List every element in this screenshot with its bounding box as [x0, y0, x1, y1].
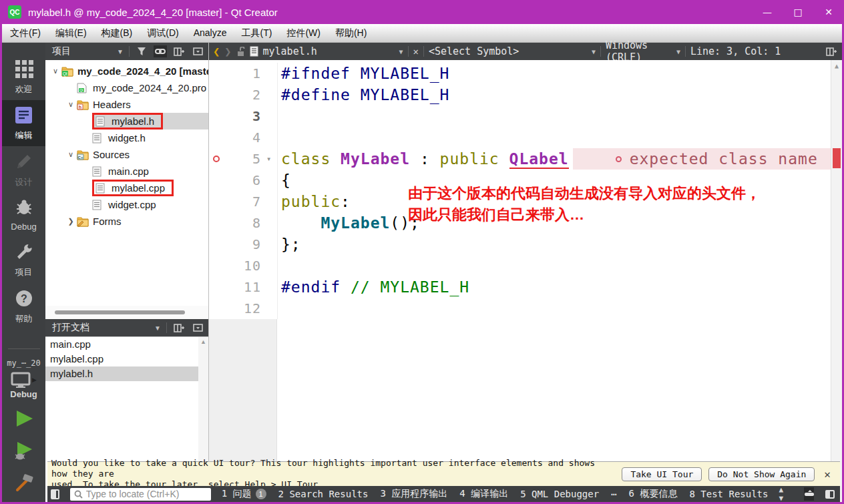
toggle-right-sidebar-icon[interactable]	[825, 487, 835, 501]
toggle-output-pane-icon[interactable]	[804, 487, 814, 501]
open-document-main.cpp[interactable]: main.cpp	[45, 337, 208, 352]
tree-item-my_code_2024_4_20.pro[interactable]: Qtmy_code_2024_4_20.pro	[45, 79, 208, 96]
line-marker-margin	[209, 105, 224, 127]
fold-margin	[261, 105, 277, 127]
close-pane-icon[interactable]	[191, 322, 204, 334]
open-document-mylabel.cpp[interactable]: mylabel.cpp	[45, 352, 208, 366]
tree-item-Forms[interactable]: ❯Forms	[45, 213, 208, 230]
output-pane-button-6[interactable]: 6 概要信息	[629, 488, 678, 500]
menu-item-5[interactable]: 工具(T)	[234, 24, 279, 42]
tree-item-my_code_2024_4_20-master-[interactable]: ∨Qtmy_code_2024_4_20 [master]	[45, 63, 208, 79]
take-ui-tour-button[interactable]: Take UI Tour	[622, 467, 702, 481]
fold-margin	[261, 63, 277, 84]
close-document-icon[interactable]: ✕	[413, 46, 419, 57]
close-button[interactable]: ✕	[813, 0, 844, 24]
minimize-button[interactable]: —	[752, 0, 783, 24]
tree-expand-icon[interactable]: ∨	[65, 100, 77, 109]
split-editor-icon[interactable]	[825, 45, 838, 57]
output-pane-button-4[interactable]: 4 编译输出	[459, 488, 508, 500]
scroll-up-icon[interactable]: ▲	[831, 60, 842, 69]
grid-icon	[15, 59, 33, 81]
build-button[interactable]	[13, 473, 35, 498]
open-document-mylabel.h[interactable]: mylabel.h	[45, 366, 208, 381]
output-pane-button-5[interactable]: 5 QML Debugger	[520, 489, 599, 499]
mode-button-welcome[interactable]: 欢迎	[2, 53, 45, 100]
split-pane-icon[interactable]	[172, 322, 186, 334]
menu-item-6[interactable]: 控件(W)	[279, 24, 328, 42]
code-editor[interactable]: 1#ifndef MYLABEL_H2#define MYLABEL_H345▾…	[209, 60, 842, 502]
mode-button-projects[interactable]: 项目	[2, 236, 45, 283]
scroll-up-icon[interactable]: ▲	[200, 338, 206, 345]
token-function: MyLabel	[321, 214, 390, 232]
symbol-selector[interactable]: <Select Symbol> ▼	[429, 45, 596, 57]
error-scroll-marker[interactable]	[833, 148, 841, 168]
chevron-down-icon[interactable]: ▼	[154, 324, 161, 332]
unlocked-icon	[236, 47, 245, 57]
line-number: 11	[224, 276, 261, 298]
locator-input[interactable]	[86, 489, 207, 499]
mode-button-help[interactable]: ?帮助	[2, 283, 45, 330]
code-line-11[interactable]: 11#endif // MYLABEL_H	[209, 276, 831, 298]
tree-item-main.cpp[interactable]: main.cpp	[45, 163, 208, 180]
code-line-10[interactable]: 10	[209, 255, 831, 276]
tree-expand-icon[interactable]: ∨	[65, 150, 77, 159]
menu-item-3[interactable]: 调试(D)	[140, 24, 186, 42]
toggle-left-sidebar-icon[interactable]	[51, 489, 59, 499]
code-line-3[interactable]: 3	[209, 105, 831, 127]
document-icon	[250, 46, 258, 57]
line-marker-margin	[209, 63, 224, 84]
do-not-show-again-button[interactable]: Do Not Show Again	[708, 467, 815, 481]
pane-overflow-icon[interactable]: ⋯	[611, 489, 616, 499]
notification-close-icon[interactable]: ✕	[821, 468, 833, 481]
output-pane-button-3[interactable]: 3 应用程序输出	[380, 488, 447, 500]
menu-item-2[interactable]: 构建(B)	[94, 24, 140, 42]
tree-item-widget.cpp[interactable]: widget.cpp	[45, 196, 208, 213]
chevron-down-icon[interactable]: ▼	[117, 48, 124, 55]
document-selector[interactable]: mylabel.h ▼	[263, 45, 403, 57]
code-line-4[interactable]: 4	[209, 127, 831, 148]
pane-navigation-arrows-icon[interactable]: ▲▼	[779, 485, 783, 503]
tree-item-mylabel.cpp[interactable]: mylabel.cpp	[45, 180, 208, 196]
token-type_error: QLabel	[509, 150, 569, 169]
go-forward-icon[interactable]: ❯	[224, 45, 231, 58]
projects-pane-title[interactable]: 项目	[52, 45, 112, 57]
code-line-5[interactable]: 5▾class MyLabel : public QLabelexpected …	[209, 148, 831, 170]
output-pane-button-8[interactable]: 8 Test Results	[689, 489, 768, 499]
tree-item-Sources[interactable]: ∨C+Sources	[45, 146, 208, 163]
tree-item-Headers[interactable]: ∨hHeaders	[45, 96, 208, 113]
sync-with-editor-icon[interactable]	[154, 45, 167, 57]
locator[interactable]	[70, 488, 211, 501]
code-line-2[interactable]: 2#define MYLABEL_H	[209, 84, 831, 105]
scrollbar-thumb[interactable]	[55, 310, 185, 314]
menu-item-1[interactable]: 编辑(E)	[48, 24, 94, 42]
code-line-1[interactable]: 1#ifndef MYLABEL_H	[209, 63, 831, 84]
kit-selector[interactable]: ▶	[11, 372, 37, 388]
output-pane-button-2[interactable]: 2 Search Results	[278, 489, 369, 499]
code-line-9[interactable]: 9};	[209, 234, 831, 255]
close-pane-icon[interactable]	[191, 45, 204, 57]
run-button[interactable]	[14, 409, 34, 431]
code-line-12[interactable]: 12	[209, 298, 831, 319]
tree-expand-icon[interactable]: ❯	[65, 217, 77, 226]
mode-button-edit[interactable]: 编辑	[2, 100, 45, 146]
tree-item-mylabel.h[interactable]: mylabel.h	[45, 113, 208, 130]
open-documents-title[interactable]: 打开文档	[52, 322, 149, 334]
project-tree-hscrollbar[interactable]	[45, 306, 208, 319]
menu-item-4[interactable]: Analyze	[186, 24, 234, 42]
svg-text:Qt: Qt	[79, 88, 83, 92]
debug-run-button[interactable]	[13, 441, 35, 463]
tree-expand-icon[interactable]: ∨	[49, 67, 61, 75]
tree-item-widget.h[interactable]: widget.h	[45, 130, 208, 146]
annotation-note: 由于这个版本的代码自动生成没有导入对应的头文件， 因此只能我们自己来带入…	[408, 183, 761, 226]
mode-button-debug[interactable]: Debug	[2, 193, 45, 236]
maximize-button[interactable]: □	[783, 0, 813, 24]
code-text: #define MYLABEL_H	[277, 84, 449, 105]
fold-arrow-icon[interactable]: ▾	[261, 148, 277, 170]
output-pane-button-1[interactable]: 1 问题1	[222, 488, 266, 500]
split-pane-icon[interactable]	[172, 45, 186, 57]
menu-item-0[interactable]: 文件(F)	[3, 24, 48, 42]
go-back-icon[interactable]: ❮	[213, 45, 220, 58]
filter-icon[interactable]	[135, 45, 148, 57]
menu-item-7[interactable]: 帮助(H)	[328, 24, 374, 42]
editor-scrollbar[interactable]: ▲	[831, 60, 842, 502]
